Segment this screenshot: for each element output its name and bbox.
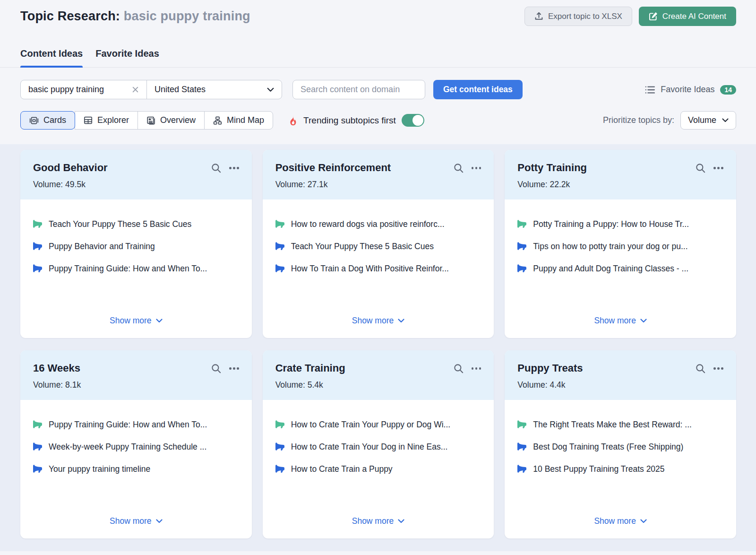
show-more-label: Show more — [352, 316, 394, 326]
megaphone-icon — [33, 419, 42, 429]
search-icon[interactable] — [696, 163, 705, 173]
content-idea-text: Puppy Training Guide: How and When To... — [49, 419, 207, 430]
volume-value: 5.4k — [308, 380, 323, 390]
mindmap-icon — [213, 116, 222, 125]
topic-card: Puppy Treats Volume: 4.4k The Right Trea… — [505, 350, 736, 538]
more-options-icon[interactable] — [713, 167, 723, 169]
view-cards-label: Cards — [43, 115, 66, 125]
more-options-icon[interactable] — [229, 367, 239, 370]
prioritize-control: Prioritize topics by: Volume — [603, 111, 736, 130]
header-actions: Export topic to XLSX Create AI Content — [524, 7, 736, 26]
content-idea-item[interactable]: Week-by-week Puppy Training Schedule ... — [33, 441, 239, 452]
content-idea-text: Potty Training a Puppy: How to House Tr.… — [533, 218, 689, 230]
show-more-link[interactable]: Show more — [110, 516, 163, 528]
view-mindmap-button[interactable]: Mind Map — [204, 111, 273, 130]
content-idea-item[interactable]: How To Train a Dog With Positive Reinfor… — [275, 263, 481, 274]
clear-keyword-icon[interactable] — [132, 86, 139, 93]
topic-card-title: Crate Training — [275, 362, 345, 374]
megaphone-icon — [33, 463, 42, 473]
search-icon[interactable] — [454, 364, 464, 373]
favorite-ideas-label: Favorite Ideas — [661, 85, 714, 95]
topic-card-title: Puppy Treats — [517, 362, 583, 374]
content-idea-item[interactable]: The Right Treats Make the Best Reward: .… — [517, 419, 723, 430]
megaphone-icon — [33, 263, 42, 273]
show-more-link[interactable]: Show more — [352, 316, 405, 328]
volume-value: 22.2k — [550, 180, 570, 189]
content-idea-item[interactable]: Puppy Training Guide: How and When To... — [33, 263, 239, 274]
content-idea-item[interactable]: How to Crate Train a Puppy — [275, 463, 481, 475]
content-idea-item[interactable]: Your puppy training timeline — [33, 463, 239, 475]
chevron-down-icon — [722, 118, 729, 122]
content-idea-item[interactable]: Puppy Behavior and Training — [33, 241, 239, 252]
search-icon[interactable] — [696, 364, 705, 373]
get-content-ideas-button[interactable]: Get content ideas — [433, 80, 523, 99]
content-idea-text: Puppy and Adult Dog Training Classes - .… — [533, 263, 688, 274]
search-icon[interactable] — [211, 163, 221, 173]
trending-toggle[interactable] — [402, 114, 424, 127]
content-idea-text: The Right Treats Make the Best Reward: .… — [533, 419, 692, 430]
chevron-down-icon — [398, 319, 404, 323]
content-idea-item[interactable]: Potty Training a Puppy: How to House Tr.… — [517, 218, 723, 230]
cards-view-icon — [29, 116, 39, 125]
megaphone-icon — [517, 419, 526, 429]
content-idea-item[interactable]: How to Crate Train Your Dog in Nine Eas.… — [275, 441, 481, 452]
more-options-icon[interactable] — [472, 367, 481, 370]
chevron-down-icon — [398, 519, 404, 523]
content-idea-item[interactable]: How to reward dogs via positive reinforc… — [275, 218, 481, 230]
content-idea-item[interactable]: Tips on how to potty train your dog or p… — [517, 241, 723, 252]
volume-value: 49.5k — [65, 180, 86, 189]
favorite-ideas-link[interactable]: Favorite Ideas 14 — [645, 85, 736, 95]
topic-card-volume: Volume: 22.2k — [517, 180, 723, 190]
content-idea-item[interactable]: Puppy Training Guide: How and When To... — [33, 419, 239, 430]
country-select[interactable]: United States — [147, 80, 282, 99]
topic-card-header: 16 Weeks Volume: 8.1k — [20, 350, 252, 400]
topic-card-body: Puppy Training Guide: How and When To...… — [20, 400, 252, 538]
show-more-link[interactable]: Show more — [110, 316, 163, 328]
show-more-link[interactable]: Show more — [594, 316, 647, 328]
domain-search-input[interactable] — [292, 80, 425, 99]
megaphone-icon — [33, 441, 42, 451]
content-idea-text: Teach Your Puppy These 5 Basic Cues — [49, 218, 191, 230]
views-row: Cards Explorer — [0, 111, 756, 144]
search-icon[interactable] — [454, 163, 464, 173]
show-more-link[interactable]: Show more — [352, 516, 405, 528]
view-overview-label: Overview — [160, 115, 196, 125]
more-options-icon[interactable] — [472, 167, 481, 169]
megaphone-icon — [275, 218, 284, 228]
content-idea-item[interactable]: Teach Your Puppy These 5 Basic Cues — [275, 241, 481, 252]
content-idea-item[interactable]: Puppy and Adult Dog Training Classes - .… — [517, 263, 723, 274]
content-idea-text: How to Crate Train Your Puppy or Dog Wi.… — [291, 419, 451, 430]
topic-card-body: How to reward dogs via positive reinforc… — [263, 199, 494, 338]
content-idea-item[interactable]: How to Crate Train Your Puppy or Dog Wi.… — [275, 419, 481, 430]
search-icon[interactable] — [211, 364, 221, 373]
megaphone-icon — [275, 463, 284, 473]
tab-content-ideas[interactable]: Content Ideas — [20, 48, 83, 67]
show-more-link[interactable]: Show more — [594, 516, 647, 528]
view-explorer-label: Explorer — [97, 115, 129, 125]
prioritize-select[interactable]: Volume — [680, 111, 736, 130]
topic-card-header: Positive Reinforcement Volume: 27.1k — [263, 150, 494, 199]
content-idea-item[interactable]: 10 Best Puppy Training Treats 2025 — [517, 463, 723, 475]
topic-card-body: The Right Treats Make the Best Reward: .… — [505, 400, 736, 538]
chevron-down-icon — [156, 519, 163, 523]
topic-card-header: Crate Training Volume: 5.4k — [263, 350, 494, 400]
tab-favorite-ideas[interactable]: Favorite Ideas — [95, 48, 159, 67]
megaphone-icon — [33, 218, 42, 228]
content-idea-item[interactable]: Teach Your Puppy These 5 Basic Cues — [33, 218, 239, 230]
topic-card-volume: Volume: 49.5k — [33, 180, 239, 190]
view-overview-button[interactable]: Overview — [137, 111, 205, 130]
export-xlsx-button[interactable]: Export topic to XLSX — [524, 7, 632, 26]
chevron-down-icon — [640, 319, 647, 323]
upload-icon — [534, 12, 543, 21]
more-options-icon[interactable] — [713, 367, 723, 370]
page-title-prefix: Topic Research: — [20, 9, 124, 23]
create-ai-content-button[interactable]: Create AI Content — [639, 7, 736, 26]
view-explorer-button[interactable]: Explorer — [75, 111, 138, 130]
keyword-input[interactable] — [28, 85, 126, 95]
content-idea-item[interactable]: Best Dog Training Treats (Free Shipping) — [517, 441, 723, 452]
more-options-icon[interactable] — [229, 167, 239, 169]
view-cards-button[interactable]: Cards — [20, 111, 75, 130]
megaphone-icon — [517, 463, 526, 473]
page-title: Topic Research: basic puppy training — [20, 7, 250, 24]
show-more-label: Show more — [594, 516, 636, 526]
